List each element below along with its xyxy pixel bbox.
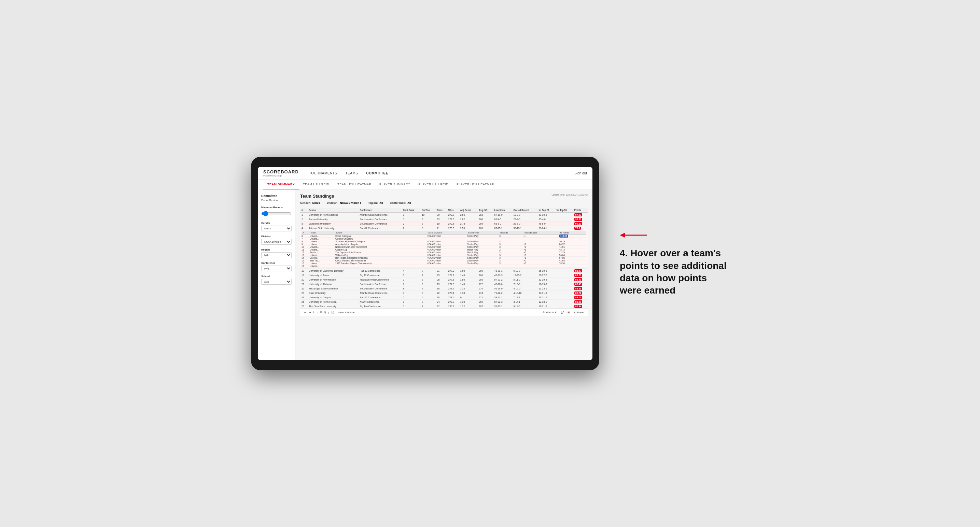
cell-avg-sg: 269 [477,222,493,226]
tab-player-h2h-heatmap[interactable]: PLAYER H2H HEATMAP [452,180,498,189]
division-select[interactable]: NCAA Division I [261,239,292,245]
cell-adj-score: 2.82 [459,217,478,222]
gender-select[interactable]: Men's [261,225,292,232]
table-row: 26 The Ohio State University Big Ten Con… [300,304,588,308]
col-rank: # [300,208,308,213]
col-conference: Conference [358,208,402,213]
app-header: SCOREBOARD Powered by clippi TOURNAMENTS… [258,167,592,180]
col-avg-sg: Avg. SG [477,208,493,213]
right-panel: Team Standings Update time: 13/03/2024 1… [295,189,592,360]
filter-region: Region N/A [261,248,292,258]
inner-table-wrapper: # Team Event Event Division Event Type R… [300,230,588,268]
undo-icon[interactable]: ↩ [304,311,307,314]
tab-team-h2h-heatmap[interactable]: TEAM H2H HEATMAP [333,180,375,189]
filter-min-rounds: Minimum Rounds [261,206,292,218]
table-row: 18 University of California, Berkeley Pa… [300,268,588,273]
inner-col-w-points: W Points [559,231,586,235]
filter-region-label: Region [261,248,292,251]
separator2: | [328,311,329,314]
filter-school-label: School [261,275,292,278]
cell-wins: 272.6 [447,222,459,226]
col-bnds: Bnds [436,208,447,213]
nav-tournaments[interactable]: TOURNAMENTS [309,170,337,176]
left-panel: Committee Portal Review Minimum Rounds G… [258,189,295,360]
table-row: 22 Mississippi State University Southeas… [300,286,588,291]
cell-vs50 [555,217,573,222]
cell-school: University of North Carolina [308,213,358,217]
filter-gender-label: Gender [261,222,292,225]
cell-vs25: 35-4-0 [537,217,555,222]
view-button[interactable]: View: Original [338,311,539,314]
col-school: School [308,208,358,213]
page-wrapper: SCOREBOARD Powered by clippi TOURNAMENTS… [251,157,729,371]
cell-points[interactable]: 93.31 [573,217,588,222]
copy-icon[interactable]: ⧉ [320,311,322,314]
region-select[interactable]: N/A [261,252,292,258]
cell-no-tour: 8 [420,226,435,230]
cell-wins: 275.5 [447,226,459,230]
table-header-row: # School Conference Conf Rank No Tour Bn… [300,208,588,213]
cell-conference: Southeastern Conference [358,217,402,222]
tab-team-h2h-grid[interactable]: TEAM H2H GRID [299,180,333,189]
sign-out-button[interactable]: | Sign out [573,171,587,175]
cell-points[interactable]: 79.5 [573,226,588,230]
tab-team-summary[interactable]: TEAM SUMMARY [263,180,299,189]
refresh-icon[interactable]: ↻ [313,311,315,314]
share-button[interactable]: ↗ Share [573,311,584,314]
hover-expanded-row: # Team Event Event Division Event Type R… [300,230,588,268]
division-filter-value: NCAA Division I [340,202,361,205]
cell-points[interactable]: 90.20 [573,222,588,226]
logo-area: SCOREBOARD Powered by clippi [263,170,299,177]
table-row: 1 University of North Carolina Atlantic … [300,213,588,217]
cell-adj-score: 2.50 [459,226,478,230]
red-arrow-svg [620,230,647,240]
inner-table: # Team Event Event Division Event Type R… [302,231,586,268]
cell-avg-sg: 260 [477,217,493,222]
inner-table-row: 15 East Tac... OFCC Fighting Illini Invi… [302,259,586,262]
tablet-device: SCOREBOARD Powered by clippi TOURNAMENTS… [251,157,599,371]
conference-select[interactable]: (All) [261,265,292,271]
inner-table-row: 10 Univers... National Invitational Tour… [302,246,586,249]
cell-no-tour: 9 [420,217,435,222]
hover-expanded-cell: # Team Event Event Division Event Type R… [300,230,588,268]
division-filter-label: Division: [327,202,338,205]
cell-bnds: 19 [436,222,447,226]
inner-table-row: 7 Univers... College University [302,238,586,240]
grid-button[interactable]: ⊞ [568,311,570,314]
clock-icon: 🕐 [331,311,334,314]
toolbar-left: ↩ ↪ ↻ | ⧉ ⎘ | 🕐 [304,311,334,314]
tab-player-summary[interactable]: PLAYER SUMMARY [375,180,414,189]
filter-gender: Gender Men's [261,222,292,232]
redo-icon[interactable]: ↪ [309,311,311,314]
nav-committee[interactable]: COMMITTEE [366,170,388,176]
standings-table: # School Conference Conf Rank No Tour Bn… [300,208,588,308]
school-select[interactable]: (All) [261,279,292,285]
gender-filter-display: Gender: Men's [300,202,320,205]
paste-icon[interactable]: ⎘ [325,311,326,314]
inner-col-rank-impact: Rank Impact [523,231,559,235]
comment-button[interactable]: 💬 [561,311,564,314]
col-no-tour: No Tour [420,208,435,213]
update-time: Update time: 13/03/2024 10:03:42 [552,194,588,196]
toolbar-right: 👁 Watch ▼ 💬 ⊞ ↗ Share [542,311,584,314]
cell-rank: 1 [300,213,308,217]
sub-nav: TEAM SUMMARY TEAM H2H GRID TEAM H2H HEAT… [258,180,592,189]
inner-table-row: 6 Univers... Celso Collegiate NCAA Divis… [302,235,586,238]
tab-player-h2h-grid[interactable]: PLAYER H2H GRID [414,180,452,189]
cell-conf-rank: 1 [402,213,420,217]
col-points: Points [573,208,588,213]
min-rounds-slider[interactable] [261,210,292,217]
cell-wins: 272.0 [447,213,459,217]
separator: | [318,311,318,314]
standings-title: Team Standings [300,194,334,198]
cell-points[interactable]: 97.03 [573,213,588,217]
inner-col-type: Event Type [467,231,499,235]
conference-filter-label: Conference: [390,202,406,205]
table-row: 20 University of New Mexico Mountain Wes… [300,278,588,282]
watch-button[interactable]: 👁 Watch ▼ [542,311,557,314]
nav-teams[interactable]: TEAMS [345,170,358,176]
filter-division-label: Division [261,235,292,238]
cell-low-score: 86-4-0 [493,217,512,222]
region-filter-display: Region: All [368,202,383,205]
cell-vs25: 58-24-1 [537,226,555,230]
